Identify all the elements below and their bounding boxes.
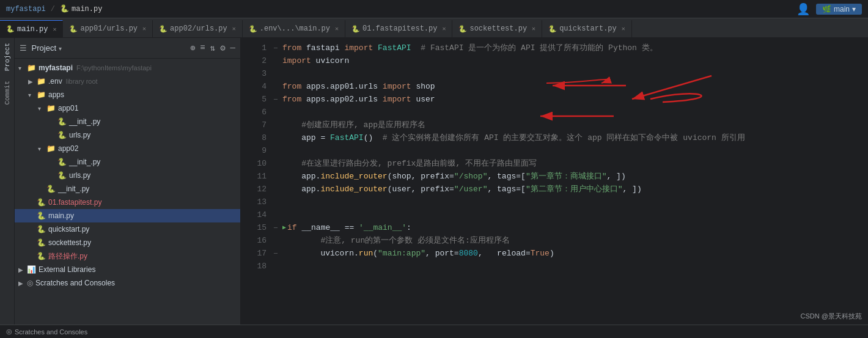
tree-item-app01-urls[interactable]: 🐍 urls.py: [15, 128, 240, 142]
ln-17: 17: [241, 247, 267, 260]
scratches-bar[interactable]: ◎ Scratches and Consoles: [6, 328, 87, 336]
tree-item-apps-init[interactable]: 🐍 __init_.py: [15, 182, 240, 196]
tree-label-app02-init: __init_.py: [69, 158, 100, 166]
tab-icon-envmain: 🐍: [249, 25, 257, 33]
tree-label-scratches: Scratches and Consoles: [35, 279, 115, 287]
tab-label-fastapitest: 01.fastapitest.py: [362, 24, 437, 33]
tree-item-quickstart[interactable]: 🐍 quickstart.py: [15, 222, 240, 236]
tab-main[interactable]: 🐍 main.py ✕: [0, 20, 63, 37]
fold-icon-1: —: [274, 42, 282, 54]
ln-15: 15: [241, 221, 267, 234]
tree-item-path-ops[interactable]: 🐍 路径操作.py: [15, 249, 240, 263]
file-icon-py-active: 🐍: [37, 211, 46, 220]
tree-item-sockettest[interactable]: 🐍 sockettest.py: [15, 236, 240, 249]
tree-label-quickstart: quickstart.py: [48, 225, 89, 233]
settings-icon[interactable]: ⚙: [220, 43, 225, 53]
ln-6: 6: [241, 106, 267, 119]
tree-item-app02-init[interactable]: 🐍 __init_.py: [15, 155, 240, 169]
code-line-14: —: [271, 208, 868, 221]
tab-close-quickstart[interactable]: ✕: [622, 25, 625, 32]
folder-icon: 📁: [27, 64, 36, 72]
folder-icon: 📁: [46, 144, 56, 153]
tree-item-main[interactable]: 🐍 main.py: [15, 209, 240, 222]
tree-item-scratches[interactable]: ▶ ◎ Scratches and Consoles: [15, 276, 240, 290]
tree-label-fastapitest: 01.fastapitest.py: [48, 198, 101, 207]
run-icon-15[interactable]: ▶: [282, 221, 286, 234]
tab-close-app01urls[interactable]: ✕: [142, 25, 146, 32]
vtab-commit[interactable]: Commit: [2, 76, 12, 110]
tree-path-myfastapi: F:\pythonItems\myfastapi: [76, 64, 152, 72]
code-line-9: —: [271, 144, 868, 157]
tab-close-sockettest[interactable]: ✕: [532, 25, 535, 32]
title-bar-left: myfastapi / 🐍 main.py: [6, 4, 102, 13]
tree-item-env[interactable]: ▶ 📁 .env library root: [15, 75, 240, 88]
file-icon-py: 🐍: [37, 225, 46, 233]
branch-label: main: [834, 5, 850, 13]
tab-label-app02urls: app02/urls.py: [170, 24, 227, 33]
arrow-icon: ▾: [38, 105, 46, 112]
tree-item-app02[interactable]: ▾ 📁 app02: [15, 142, 240, 155]
watermark: CSDN @景天科技苑: [801, 312, 862, 321]
tab-icon-app01urls: 🐍: [69, 25, 78, 33]
tab-label-main: main.py: [17, 25, 48, 34]
tab-bar: 🐍 main.py ✕ 🐍 app01/urls.py ✕ 🐍 app02/ur…: [0, 18, 868, 38]
tab-envmain[interactable]: 🐍 .env\...\main.py ✕: [243, 20, 345, 37]
ln-5: 5: [241, 93, 267, 106]
tab-close-fastapitest[interactable]: ✕: [442, 25, 446, 32]
file-tree: ▾ 📁 myfastapi F:\pythonItems\myfastapi ▶…: [15, 59, 240, 325]
tree-label-myfastapi: myfastapi: [39, 64, 73, 72]
tree-label-app01-init: __init_.py: [69, 117, 100, 126]
tab-label-quickstart: quickstart.py: [559, 24, 617, 33]
vtab-project[interactable]: Project: [2, 38, 12, 76]
arrow-icon: ▶: [28, 78, 37, 85]
tree-item-app02-urls[interactable]: 🐍 urls.py: [15, 169, 240, 182]
code-content[interactable]: — from fastapi import FastAPI # FastAPI …: [271, 38, 868, 325]
tab-quickstart[interactable]: 🐍 quickstart.py ✕: [542, 20, 632, 37]
tab-icon-sockettest: 🐍: [458, 25, 467, 33]
title-bar-right: 👤 🌿 main ▾: [796, 2, 862, 16]
panel-icons: ⊕ ≡ ⇅ ⚙ —: [190, 43, 235, 53]
list-icon[interactable]: ≡: [200, 43, 205, 53]
add-icon[interactable]: ⊕: [190, 43, 195, 53]
main-area: Project Commit ☰ Project ▾ ⊕ ≡ ⇅ ⚙ — ▾ 📁: [0, 38, 868, 325]
tab-close-app02urls[interactable]: ✕: [232, 25, 236, 32]
code-line-17: — uvicorn. run ( "main:app" , port= 8080…: [271, 247, 868, 260]
ln-7: 7: [241, 119, 267, 131]
minimize-icon[interactable]: —: [230, 43, 235, 53]
lib-icon: 📊: [27, 265, 36, 274]
ln-8: 8: [241, 131, 267, 144]
tab-icon-fastapitest: 🐍: [351, 25, 360, 33]
branch-button[interactable]: 🌿 main ▾: [816, 4, 862, 15]
tab-close-main[interactable]: ✕: [53, 26, 56, 33]
tree-label-path-ops: 路径操作.py: [48, 251, 87, 262]
code-line-11: — app. include_router (shop, prefix= "/s…: [271, 170, 868, 183]
tab-app01urls[interactable]: 🐍 app01/urls.py ✕: [63, 20, 153, 37]
code-line-10: — #在这里进行路由分发, prefix是路由前缀, 不用在子路由里面写: [271, 157, 868, 170]
tab-fastapitest[interactable]: 🐍 01.fastapitest.py ✕: [345, 20, 452, 37]
scratches-label: Scratches and Consoles: [15, 328, 87, 336]
user-icon[interactable]: 👤: [796, 2, 810, 16]
tab-sockettest[interactable]: 🐍 sockettest.py ✕: [452, 20, 542, 37]
tree-item-app01-init[interactable]: 🐍 __init_.py: [15, 115, 240, 128]
tree-item-myfastapi[interactable]: ▾ 📁 myfastapi F:\pythonItems\myfastapi: [15, 61, 240, 75]
code-line-6: —: [271, 106, 868, 119]
panel-title: ☰ Project ▾: [20, 43, 185, 53]
tree-item-external[interactable]: ▶ 📊 External Libraries: [15, 263, 240, 276]
tree-item-app01[interactable]: ▾ 📁 app01: [15, 101, 240, 115]
ln-9: 9: [241, 144, 267, 157]
sort-icon[interactable]: ⇅: [210, 43, 215, 53]
tab-app02urls[interactable]: 🐍 app02/urls.py ✕: [153, 20, 243, 37]
code-line-7: — #创建应用程序, app是应用程序名: [271, 119, 868, 131]
arrow-icon: ▾: [28, 92, 37, 98]
tree-item-apps[interactable]: ▾ 📁 apps: [15, 88, 240, 101]
arrow-icon: ▾: [38, 145, 46, 152]
branch-arrow: ▾: [852, 5, 856, 13]
code-line-1: — from fastapi import FastAPI # FastAPI …: [271, 42, 868, 54]
project-name[interactable]: myfastapi: [6, 5, 46, 13]
panel-header: ☰ Project ▾ ⊕ ≡ ⇅ ⚙ —: [15, 38, 240, 59]
tab-label-sockettest: sockettest.py: [469, 24, 527, 33]
arrow-icon: ▾: [18, 65, 27, 72]
tree-label-app01-urls: urls.py: [69, 131, 90, 139]
tab-close-envmain[interactable]: ✕: [335, 25, 339, 32]
tree-item-fastapitest[interactable]: 🐍 01.fastapitest.py: [15, 196, 240, 209]
